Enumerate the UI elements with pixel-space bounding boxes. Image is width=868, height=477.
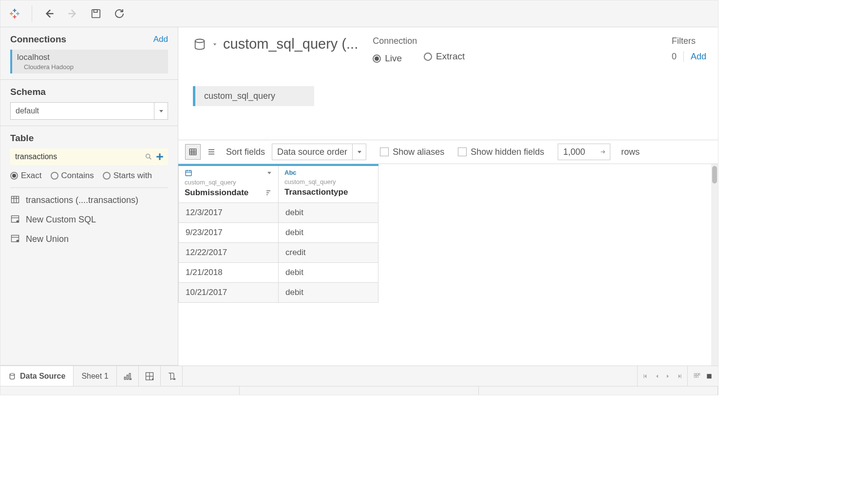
cell: 12/3/2017 (179, 203, 279, 223)
add-table-icon[interactable] (155, 152, 164, 161)
new-custom-sql[interactable]: New Custom SQL (10, 214, 168, 225)
match-starts-with[interactable]: Starts with (103, 171, 152, 181)
datasource-title[interactable]: custom_sql_query (... (193, 36, 358, 52)
svg-rect-68 (699, 373, 700, 375)
cell: debit (279, 223, 378, 243)
union-label: New Union (26, 234, 69, 244)
data-grid-area: custom_sql_query Submissiondate (178, 164, 718, 366)
join-canvas[interactable]: custom_sql_query (178, 67, 718, 140)
table-row[interactable]: 12/22/2017credit (179, 243, 378, 263)
tab-data-source[interactable]: Data Source (0, 366, 74, 386)
table-label: Table (10, 133, 34, 144)
svg-marker-63 (667, 374, 669, 378)
table-row[interactable]: 9/23/2017debit (179, 223, 378, 243)
search-icon (145, 153, 152, 161)
match-contains[interactable]: Contains (51, 171, 94, 181)
table-search[interactable] (10, 148, 168, 165)
new-story-button[interactable] (161, 366, 183, 386)
sort-fields-value: Data source order (272, 147, 352, 157)
svg-point-26 (17, 240, 19, 242)
prev-sheet-icon[interactable] (654, 373, 660, 379)
svg-rect-66 (694, 373, 696, 375)
show-filmstrip-icon[interactable] (705, 373, 713, 380)
app-window: Connections Add localhost Cloudera Hadoo… (0, 0, 718, 395)
data-grid: custom_sql_query Submissiondate (178, 164, 378, 366)
svg-rect-67 (697, 373, 698, 375)
svg-marker-60 (644, 374, 646, 378)
scrollbar-thumb[interactable] (712, 166, 717, 183)
grid-toolbar: Sort fields Data source order Show alias… (178, 140, 718, 164)
back-button[interactable] (42, 6, 57, 21)
new-union[interactable]: New Union (10, 234, 168, 244)
view-mode-toggle (185, 144, 219, 160)
show-tabs-icon[interactable] (693, 373, 701, 380)
schema-section: Schema default (0, 80, 178, 126)
chevron-down-icon (352, 144, 366, 160)
date-type-icon (185, 169, 192, 177)
save-button[interactable] (89, 6, 103, 21)
new-dashboard-button[interactable] (139, 366, 161, 386)
svg-marker-62 (656, 374, 658, 378)
sheet-nav-buttons (637, 366, 687, 386)
column-source: custom_sql_query (284, 178, 372, 185)
show-aliases-checkbox[interactable]: Show aliases (380, 147, 444, 157)
svg-point-23 (17, 220, 19, 223)
column-header[interactable]: custom_sql_query Submissiondate (179, 165, 279, 203)
canvas-table-pill[interactable]: custom_sql_query (193, 86, 314, 106)
sort-fields-select[interactable]: Data source order (272, 144, 366, 160)
rows-value: 1,000 (563, 147, 585, 157)
chevron-down-icon[interactable] (266, 170, 272, 176)
svg-rect-10 (92, 10, 100, 18)
vertical-scrollbar[interactable] (711, 164, 718, 366)
body: Connections Add localhost Cloudera Hadoo… (0, 27, 718, 366)
rows-label: rows (621, 147, 640, 157)
cell: 10/21/2017 (179, 283, 279, 303)
filters-count: 0 (672, 52, 677, 62)
toolbar-separator (32, 5, 32, 22)
datasource-name: custom_sql_query (... (223, 36, 358, 52)
table-search-input[interactable] (14, 152, 145, 162)
status-bar (0, 386, 718, 395)
cell: 1/21/2018 (179, 263, 279, 283)
show-hidden-checkbox[interactable]: Show hidden fields (458, 147, 544, 157)
forward-button[interactable] (65, 6, 80, 21)
filters-label: Filters (672, 36, 706, 46)
schema-select[interactable]: default (10, 102, 168, 120)
refresh-button[interactable] (112, 6, 127, 21)
metadata-view-button[interactable] (204, 144, 219, 160)
new-worksheet-button[interactable] (117, 366, 139, 386)
last-sheet-icon[interactable] (676, 373, 682, 380)
view-buttons (687, 366, 718, 386)
svg-rect-71 (707, 374, 711, 378)
connections-label: Connections (10, 34, 66, 45)
database-icon (193, 37, 207, 51)
column-header[interactable]: Abc custom_sql_query Transactiontype (279, 165, 378, 203)
tab-sheet-1[interactable]: Sheet 1 (74, 366, 116, 386)
table-item[interactable]: transactions (....transactions) (10, 195, 168, 205)
connection-live[interactable]: Live (373, 53, 402, 64)
table-icon (10, 195, 21, 205)
svg-point-13 (146, 154, 150, 158)
rows-input[interactable]: 1,000 (558, 144, 610, 160)
grid-view-button[interactable] (185, 144, 201, 160)
sort-icon[interactable] (264, 189, 272, 197)
connection-name: localhost (17, 53, 163, 62)
sort-fields-label: Sort fields (226, 147, 265, 157)
connection-extract[interactable]: Extract (424, 51, 465, 62)
union-icon (10, 234, 21, 244)
connection-item[interactable]: localhost Cloudera Hadoop (10, 50, 168, 73)
next-sheet-icon[interactable] (665, 373, 671, 379)
table-row[interactable]: 10/21/2017debit (179, 283, 378, 303)
arrow-right-icon (599, 149, 607, 155)
svg-rect-16 (156, 156, 163, 158)
cell: debit (279, 283, 378, 303)
add-connection-link[interactable]: Add (153, 35, 168, 44)
table-row[interactable]: 12/3/2017debit (179, 203, 378, 223)
first-sheet-icon[interactable] (642, 373, 649, 380)
chevron-down-icon (212, 42, 217, 47)
filters-add-link[interactable]: Add (691, 52, 706, 62)
connections-section: Connections Add localhost Cloudera Hadoo… (0, 27, 178, 80)
table-row[interactable]: 1/21/2018debit (179, 263, 378, 283)
match-exact[interactable]: Exact (10, 171, 42, 181)
svg-rect-61 (643, 374, 644, 378)
